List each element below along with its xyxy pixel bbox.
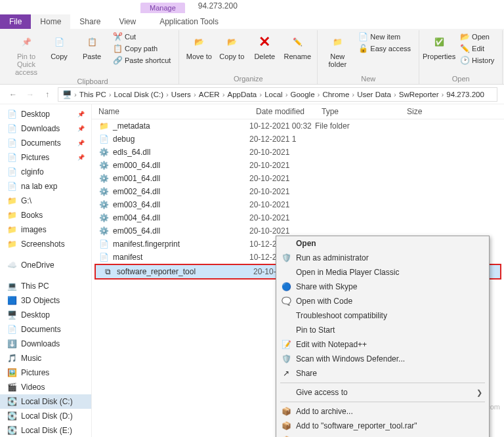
sidebar-item[interactable]: 📄Downloads📌 [0,121,91,136]
sidebar-item[interactable]: ☁️OneDrive [0,258,91,272]
breadcrumb-item[interactable]: Chrome [321,91,350,98]
context-menu-item[interactable]: Troubleshoot compatibility [276,308,489,323]
delete-button[interactable]: ✕Delete [250,30,279,60]
sidebar-item[interactable]: 💽Local Disk (E:) [0,423,91,437]
breadcrumb-item[interactable]: Local Disk (C:) [113,91,165,98]
sidebar-item[interactable]: 📁Books [0,208,91,222]
file-row[interactable]: ⚙️em001_64.dll20-10-2021 [92,172,504,185]
tab-application-tools[interactable]: Application Tools [150,14,228,29]
tab-file[interactable]: File [0,14,31,29]
open-button[interactable]: 📂Open [457,31,497,42]
sidebar-item[interactable]: 🖼️Pictures [0,365,91,380]
breadcrumb-item[interactable]: User Data [356,91,392,98]
rename-icon: ✏️ [288,33,306,51]
sidebar-item[interactable]: 🎬Videos [0,380,91,394]
paste-shortcut-button[interactable]: 🔗Paste shortcut [110,55,173,66]
sidebar-item[interactable]: 📁Screenshots [0,237,91,251]
shortcut-icon: 🔗 [113,56,122,65]
sidebar-item[interactable]: 📄Desktop📌 [0,107,91,121]
col-type[interactable]: Type [315,107,400,116]
breadcrumb-item[interactable]: This PC [78,91,108,98]
rename-button[interactable]: ✏️Rename [283,30,312,60]
col-date[interactable]: Date modified [249,107,315,116]
col-size[interactable]: Size [400,107,453,116]
breadcrumb-item[interactable]: AppData [226,91,259,98]
new-folder-button[interactable]: 📁New folder [323,30,352,68]
properties-button[interactable]: ✅Properties [425,30,453,60]
context-menu-item[interactable]: Open [276,236,489,251]
sidebar-item[interactable]: 📄Pictures📌 [0,150,91,165]
group-label-organize: Organize [234,73,263,84]
file-icon: 📄 [98,252,109,262]
file-icon: ⚙️ [98,173,109,184]
nav-back-button[interactable]: ← [7,88,20,101]
sidebar-item[interactable]: ⬇️Downloads [0,337,91,351]
file-icon: ⚙️ [98,186,109,197]
file-row[interactable]: 📄debug20-12-2021 1 [92,133,504,146]
context-menu-item[interactable]: Pin to Start [276,323,489,337]
context-menu-item[interactable]: 🔵Share with Skype [276,280,489,294]
sidebar-item[interactable]: 📁images [0,222,91,237]
breadcrumb-item[interactable]: SwReporter [398,91,440,98]
breadcrumb-item[interactable]: Users [170,91,192,98]
context-menu-item[interactable]: Open in Media Player Classic [276,265,489,280]
pin-icon: 📌 [77,154,85,161]
breadcrumb-item[interactable]: ACER [198,91,221,98]
sidebar-item[interactable]: 💽Local Disk (C:) [0,394,91,409]
sidebar-item[interactable]: 📄Documents📌 [0,136,91,150]
copy-path-button[interactable]: 📋Copy path [110,43,173,54]
cut-button[interactable]: ✂️Cut [110,31,173,42]
copy-button[interactable]: 📄 Copy [45,30,74,60]
context-menu-item[interactable]: 🗨️Open with Code [276,294,489,308]
breadcrumb[interactable]: 🖥️ › This PC›Local Disk (C:)›Users›ACER›… [58,87,497,102]
context-menu-item[interactable]: 📝Edit with Notepad++ [276,337,489,352]
file-row[interactable]: 📁_metadata10-12-2021 00:32File folder [92,119,504,133]
menu-item-icon: 📦 [280,420,292,432]
context-menu-item[interactable]: ↗Share [276,366,489,381]
paste-button[interactable]: 📋 Paste [77,30,106,60]
history-button[interactable]: 🕑History [457,55,497,66]
context-menu-item[interactable]: 📦Add to "software_reporter_tool.rar" [276,419,489,433]
sidebar-item[interactable]: 📄clginfo [0,165,91,179]
folder-icon: 📄 [7,138,17,148]
sidebar-item[interactable]: 📁G:\ [0,194,91,208]
sidebar-item[interactable]: 📄Documents [0,322,91,337]
tab-share[interactable]: Share [70,14,110,29]
edit-button[interactable]: ✏️Edit [457,43,497,54]
copy-to-button[interactable]: 📂Copy to [217,30,246,60]
breadcrumb-item[interactable]: Local [263,91,284,98]
new-item-button[interactable]: 📄New item [356,31,413,42]
file-row[interactable]: ⚙️em004_64.dll20-10-2021 [92,211,504,224]
sidebar-item[interactable]: 🖥️Desktop [0,308,91,322]
context-menu-item[interactable]: Give access to❯ [276,385,489,400]
file-row[interactable]: ⚙️em003_64.dll20-10-2021 [92,198,504,211]
navigation-sidebar[interactable]: 📄Desktop📌📄Downloads📌📄Documents📌📄Pictures… [0,104,92,437]
sidebar-item[interactable]: 🟦3D Objects [0,293,91,308]
context-menu-item[interactable]: 📦Compress and email... [276,433,489,437]
folder-icon: 📄 [7,123,17,134]
sidebar-item[interactable]: 💽Local Disk (D:) [0,409,91,423]
col-name[interactable]: Name [92,107,249,116]
move-to-button[interactable]: 📂Move to [184,30,213,60]
context-menu-item[interactable]: 🛡️Scan with Windows Defender... [276,352,489,366]
menu-item-icon: 🗨️ [280,295,292,307]
nav-forward-button[interactable]: → [24,88,37,101]
breadcrumb-item[interactable]: 94.273.200 [445,91,486,98]
pin-quick-access-button[interactable]: 📌 Pin to Quick access [12,30,41,76]
tab-home[interactable]: Home [31,14,70,29]
nav-up-button[interactable]: ↑ [41,88,54,101]
context-menu-item[interactable]: 📦Add to archive... [276,404,489,419]
open-icon: 📂 [460,32,469,41]
context-menu-item[interactable]: 🛡️Run as administrator [276,251,489,265]
column-headers[interactable]: Name Date modified Type Size [92,104,504,119]
tab-view[interactable]: View [110,14,145,29]
sidebar-item[interactable]: 💻This PC [0,279,91,293]
file-row[interactable]: ⚙️em002_64.dll20-10-2021 [92,185,504,198]
sidebar-item[interactable]: 🎵Music [0,351,91,365]
easy-access-button[interactable]: 🔓Easy access [356,43,413,54]
file-row[interactable]: ⚙️edls_64.dll20-10-2021 [92,146,504,159]
file-row[interactable]: ⚙️em000_64.dll20-10-2021 [92,159,504,172]
breadcrumb-item[interactable]: Google [289,91,316,98]
menu-item-icon: 🛡️ [280,353,292,365]
sidebar-item[interactable]: 📄na lab exp [0,179,91,194]
